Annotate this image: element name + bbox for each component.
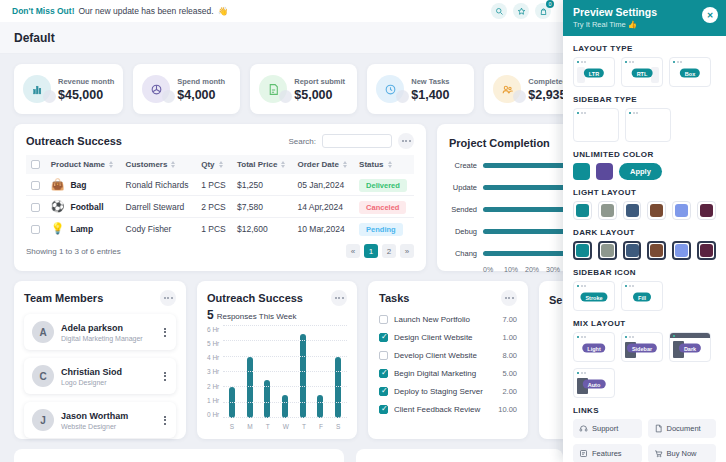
layout-box-option[interactable]: Box — [669, 57, 711, 87]
layout-rtl-option[interactable]: RTL — [621, 57, 663, 87]
dark-color-swatch[interactable] — [598, 241, 617, 260]
dark-color-swatch[interactable] — [573, 241, 592, 260]
dark-color-swatch[interactable] — [623, 241, 642, 260]
task-checkbox[interactable] — [379, 351, 388, 360]
stat-card-spend[interactable]: Spend month$4,000 — [133, 64, 240, 114]
light-color-swatch[interactable] — [623, 201, 642, 220]
sidebar-horizontal-option[interactable] — [573, 108, 619, 142]
task-checkbox[interactable] — [379, 387, 388, 396]
kebab-menu-icon[interactable] — [162, 326, 168, 339]
search-button[interactable] — [491, 3, 507, 19]
document-link[interactable]: Document — [648, 419, 717, 438]
axis-tick-label: 3 Hr — [207, 368, 219, 375]
member-name: Adela parkson — [61, 323, 155, 333]
team-member-card[interactable]: CChristian SiodLogo Designer — [24, 358, 176, 394]
dark-color-swatch[interactable] — [672, 241, 691, 260]
sort-icon[interactable] — [388, 161, 392, 168]
bar-fill — [483, 185, 563, 190]
cart-badge: 0 — [546, 0, 554, 8]
task-list: Launch New Portfolio7.00Design Client We… — [379, 315, 517, 414]
page-2-button[interactable]: 2 — [382, 244, 396, 258]
gridline — [223, 340, 347, 341]
row-select-cell — [26, 174, 46, 196]
light-color-swatch[interactable] — [697, 201, 716, 220]
light-color-swatch[interactable] — [598, 201, 617, 220]
task-checkbox[interactable] — [379, 333, 388, 342]
dark-color-swatch[interactable] — [647, 241, 666, 260]
settings-subtitle: Try It Real Time 👍 — [573, 20, 716, 29]
light-color-swatch[interactable] — [647, 201, 666, 220]
kebab-menu-icon[interactable] — [162, 414, 168, 427]
select-all-cell — [26, 155, 46, 174]
sort-icon[interactable] — [219, 161, 223, 168]
sort-icon[interactable] — [109, 161, 113, 168]
stat-value: $4,000 — [177, 88, 225, 102]
mix-sidebar-option[interactable]: Sidebar — [621, 332, 663, 362]
select-all-checkbox[interactable] — [31, 160, 40, 169]
sort-icon[interactable] — [281, 161, 285, 168]
project-bar-row: Create — [449, 161, 563, 170]
row-checkbox[interactable] — [31, 203, 40, 212]
task-checkbox[interactable] — [379, 369, 388, 378]
secondary-color-swatch[interactable] — [596, 163, 613, 180]
light-color-swatch[interactable] — [573, 201, 592, 220]
bar-track — [483, 185, 563, 190]
weekly-menu-button[interactable] — [331, 290, 347, 306]
team-member-card[interactable]: JJason WorthamWebsite Designer — [24, 402, 176, 438]
row-checkbox[interactable] — [31, 181, 40, 190]
sidebar-icon-fill-option[interactable]: Fill — [621, 281, 663, 311]
page-1-button[interactable]: 1 — [364, 244, 378, 258]
apply-button[interactable]: Apply — [619, 163, 662, 180]
product-icon: 👜 — [51, 178, 65, 191]
stat-card-report[interactable]: Report submit$5,000 — [250, 64, 357, 114]
search-label: Search: — [288, 137, 316, 146]
cart-button[interactable]: 0 — [535, 3, 551, 19]
bar-fill — [483, 229, 563, 234]
tasks-menu-button[interactable] — [501, 290, 517, 306]
stat-card-new-tasks[interactable]: New Tasks$1,400 — [367, 64, 474, 114]
avatar: C — [32, 365, 54, 387]
table-search-input[interactable] — [322, 134, 392, 148]
features-link[interactable]: Features — [573, 444, 642, 462]
light-color-swatch[interactable] — [672, 201, 691, 220]
team-member-card[interactable]: AAdela parksonDigital Marketing Manager — [24, 314, 176, 350]
top-banner: Don't Miss Out! Our new update has been … — [0, 0, 563, 22]
mix-light-option[interactable]: Light — [573, 332, 615, 362]
team-title: Team Members — [24, 292, 103, 304]
support-link[interactable]: Support — [573, 419, 642, 438]
mix-auto-option[interactable]: Auto — [573, 368, 615, 398]
settings-title: Preview Settings — [573, 6, 716, 18]
stat-card-completed[interactable]: Completed$2,935 — [484, 64, 563, 114]
bar-track — [483, 251, 563, 256]
primary-color-swatch[interactable] — [573, 163, 590, 180]
buy-now-link[interactable]: Buy Now — [648, 444, 717, 462]
page-prev-button[interactable]: « — [346, 244, 360, 258]
project-bar-row: Update — [449, 183, 563, 192]
sidebar-vertical-option[interactable] — [625, 108, 671, 142]
table-header-row: Product NameCustomersQtyTotal PriceOrder… — [26, 155, 414, 174]
stat-card-revenue[interactable]: Revenue month$45,000 — [14, 64, 123, 114]
kebab-menu-icon[interactable] — [162, 370, 168, 383]
sidebar-icon-stroke-option[interactable]: Stroke — [573, 281, 615, 311]
status-badge: Delivered — [359, 179, 407, 192]
task-checkbox[interactable] — [379, 315, 388, 324]
row-checkbox[interactable] — [31, 225, 40, 234]
star-button[interactable] — [513, 3, 529, 19]
team-menu-button[interactable] — [160, 290, 176, 306]
dark-color-swatch[interactable] — [697, 241, 716, 260]
close-button[interactable]: ✕ — [702, 7, 718, 23]
sort-icon[interactable] — [343, 161, 347, 168]
task-checkbox[interactable] — [379, 405, 388, 414]
dark-badge: Dark — [679, 344, 701, 353]
sidebar-type-heading: SIDEBAR TYPE — [573, 95, 716, 104]
tasks-title: Tasks — [379, 292, 409, 304]
page-next-button[interactable]: » — [400, 244, 414, 258]
table-menu-button[interactable] — [398, 133, 414, 149]
member-info: Jason WorthamWebsite Designer — [61, 411, 155, 430]
layout-ltr-option[interactable]: LTR — [573, 57, 615, 87]
window-dots-icon — [577, 61, 611, 63]
sort-icon[interactable] — [171, 161, 175, 168]
date-cell: 14 Apr,2024 — [292, 196, 354, 218]
row-select-cell — [26, 196, 46, 218]
mix-dark-option[interactable]: Dark — [669, 332, 711, 362]
